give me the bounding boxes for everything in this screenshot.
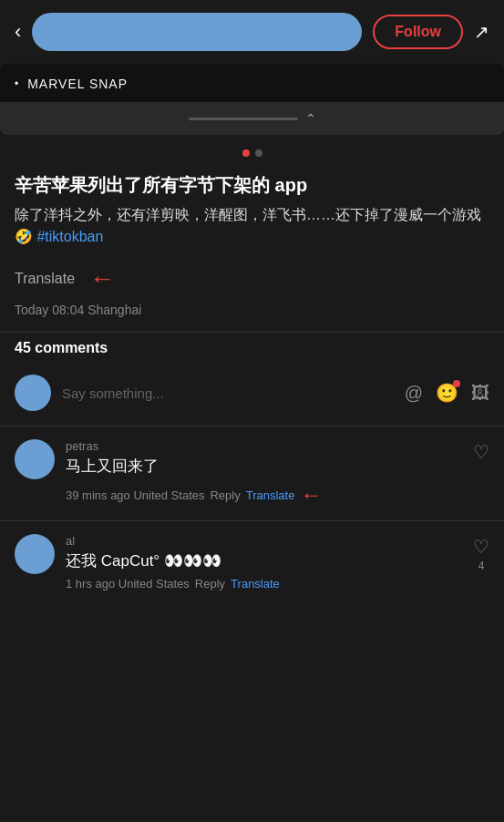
comment-item: petras 马上又回来了 39 mins ago United States … <box>0 426 504 520</box>
commenter-avatar-1 <box>15 439 55 479</box>
post-content: 辛苦苹果列出了所有字节下架的 app 除了洋抖之外，还有洋剪映，洋醒图，洋飞书…… <box>0 164 504 261</box>
emoji-icon[interactable]: 🙂 <box>436 382 458 404</box>
heart-icon-2: ♡ <box>473 536 489 558</box>
input-icons: @ 🙂 🖼 <box>405 382 489 404</box>
translate-row: Translate ← <box>0 261 504 299</box>
arrow-indicator: ← <box>89 264 115 293</box>
commenter-avatar-2 <box>15 534 55 574</box>
dot-2 <box>255 149 262 157</box>
comment-meta-1: 39 mins ago United States Reply Translat… <box>66 482 489 508</box>
notification-dot <box>453 380 460 387</box>
header: ‹ Follow ↗ <box>0 0 504 64</box>
dots-indicator <box>0 142 504 164</box>
comment-translate-1[interactable]: Translate <box>246 488 295 502</box>
dot-1 <box>242 149 250 157</box>
comment-time-2: 1 hrs ago United States <box>66 577 190 591</box>
comment-text-2: 还我 CapCut° 👀👀👀 <box>66 551 489 571</box>
scroll-bar <box>189 118 298 120</box>
bullet-icon: • <box>15 77 18 90</box>
follow-button[interactable]: Follow <box>373 15 463 49</box>
comment-meta-2: 1 hrs ago United States Reply Translate <box>66 577 489 591</box>
media-top: • MARVEL SNAP <box>0 64 504 102</box>
comment-translate-2[interactable]: Translate <box>231 577 280 591</box>
comment-body-1: petras 马上又回来了 39 mins ago United States … <box>66 439 489 508</box>
comment-text-1: 马上又回来了 <box>66 457 489 477</box>
username-pill <box>32 13 362 51</box>
media-card: • MARVEL SNAP ⌃ <box>0 64 504 135</box>
comment-translate-row-1: Translate ← <box>246 482 323 508</box>
current-user-avatar <box>15 375 51 411</box>
arrow-indicator-2: ← <box>300 482 322 508</box>
image-icon[interactable]: 🖼 <box>471 383 489 404</box>
comment-body-2: al 还我 CapCut° 👀👀👀 1 hrs ago United State… <box>66 534 489 591</box>
heart-icon-1: ♡ <box>473 441 489 463</box>
post-body: 除了洋抖之外，还有洋剪映，洋醒图，洋飞书……还下掉了漫威一个游戏 🤣 #tikt… <box>15 204 489 248</box>
back-button[interactable]: ‹ <box>15 20 21 44</box>
translate-button[interactable]: Translate <box>15 271 75 287</box>
game-title: MARVEL SNAP <box>27 77 128 91</box>
like-count-2: 4 <box>478 560 485 572</box>
comment-username-2: al <box>66 534 489 548</box>
post-timestamp: Today 08:04 Shanghai <box>0 299 504 332</box>
comment-input[interactable]: Say something... <box>62 385 394 401</box>
comment-item-2: al 还我 CapCut° 👀👀👀 1 hrs ago United State… <box>0 521 504 603</box>
share-icon[interactable]: ↗ <box>474 21 489 43</box>
chevron-up-icon[interactable]: ⌃ <box>305 111 316 126</box>
comment-reply-2[interactable]: Reply <box>195 577 225 591</box>
media-bottom: ⌃ <box>0 102 504 135</box>
comment-like-2[interactable]: ♡ 4 <box>473 536 489 572</box>
comment-reply-1[interactable]: Reply <box>210 488 240 502</box>
comment-input-row: Say something... @ 🙂 🖼 <box>0 367 504 426</box>
comments-header: 45 comments <box>0 333 504 367</box>
post-title: 辛苦苹果列出了所有字节下架的 app <box>15 173 489 197</box>
mention-icon[interactable]: @ <box>405 383 423 404</box>
hashtag[interactable]: #tiktokban <box>36 229 103 244</box>
comment-time-1: 39 mins ago United States <box>66 488 204 502</box>
comment-like-1[interactable]: ♡ <box>473 441 489 463</box>
comment-username-1: petras <box>66 439 489 453</box>
